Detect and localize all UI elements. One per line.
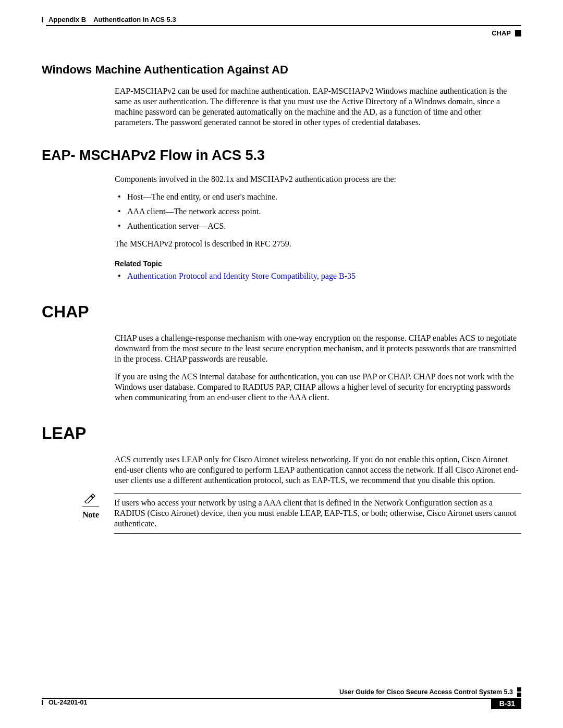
related-topic-item: Authentication Protocol and Identity Sto…	[115, 271, 521, 281]
bullet-item: Host—The end entity, or end user's machi…	[115, 192, 521, 202]
related-topic-link[interactable]: Authentication Protocol and Identity Sto…	[127, 272, 356, 280]
chap-body: CHAP uses a challenge-response mechanism…	[115, 333, 521, 403]
header-section-label: CHAP	[492, 29, 511, 37]
footer-bottom-row: OL-24201-01 B-31	[42, 699, 521, 709]
section1-para: EAP-MSCHAPv2 can be used for machine aut…	[115, 86, 521, 128]
page-footer: User Guide for Cisco Secure Access Contr…	[42, 687, 521, 709]
header-right-row: CHAP	[42, 29, 521, 37]
heading-eap-mschapv2-flow: EAP- MSCHAPv2 Flow in ACS 5.3	[42, 147, 521, 164]
related-topic-list: Authentication Protocol and Identity Sto…	[115, 271, 521, 281]
heading-windows-machine-auth: Windows Machine Authentication Against A…	[42, 63, 521, 77]
document-page: Appendix B Authentication in ACS 5.3 CHA…	[0, 0, 563, 728]
note-text: If users who access your network by usin…	[114, 498, 521, 529]
related-topic-label: Related Topic	[115, 260, 521, 268]
header-row: Appendix B Authentication in ACS 5.3	[42, 16, 521, 23]
footer-marker-icon	[517, 687, 521, 692]
header-appendix: Appendix B	[48, 16, 86, 23]
note-label: Note	[80, 510, 114, 520]
heading-chap: CHAP	[42, 302, 521, 322]
leap-para-1: ACS currently uses LEAP only for Cisco A…	[115, 454, 521, 486]
note-icon-column: Note	[80, 493, 114, 520]
note-icon-underline	[82, 507, 99, 507]
footer-tick	[42, 700, 43, 705]
footer-ol-row: OL-24201-01	[42, 699, 87, 706]
note-top-rule	[114, 493, 521, 493]
section2-bullets: Host—The end entity, or end user's machi…	[115, 192, 521, 231]
heading-leap: LEAP	[42, 424, 521, 443]
bullet-item: AAA client—The network access point.	[115, 206, 521, 217]
footer-doc-title: User Guide for Cisco Secure Access Contr…	[339, 688, 513, 696]
footer-title-row: User Guide for Cisco Secure Access Contr…	[42, 687, 521, 697]
note-body-column: If users who access your network by usin…	[114, 493, 521, 534]
header-rule	[46, 25, 521, 26]
leap-body: ACS currently uses LEAP only for Cisco A…	[115, 454, 521, 486]
note-block: Note If users who access your network by…	[80, 493, 521, 534]
pencil-icon	[80, 493, 114, 505]
content-area: Windows Machine Authentication Against A…	[42, 63, 521, 534]
page-number: B-31	[491, 698, 521, 709]
section1-body: EAP-MSCHAPv2 can be used for machine aut…	[115, 86, 521, 128]
footer-marker-icon	[517, 693, 521, 697]
header-marker-icon	[515, 30, 521, 36]
bullet-item: Authentication server—ACS.	[115, 221, 521, 231]
section2-after-bullets: The MSCHAPv2 protocol is described in RF…	[115, 239, 521, 249]
section2-body: Components involved in the 802.1x and MS…	[115, 174, 521, 281]
chap-para-2: If you are using the ACS internal databa…	[115, 372, 521, 403]
note-bottom-rule	[114, 533, 521, 534]
footer-ol-number: OL-24201-01	[48, 699, 87, 706]
header-tick	[42, 17, 43, 22]
header-title: Authentication in ACS 5.3	[93, 16, 176, 23]
section2-intro: Components involved in the 802.1x and MS…	[115, 174, 521, 184]
footer-marker-stack	[517, 687, 521, 697]
chap-para-1: CHAP uses a challenge-response mechanism…	[115, 333, 521, 364]
